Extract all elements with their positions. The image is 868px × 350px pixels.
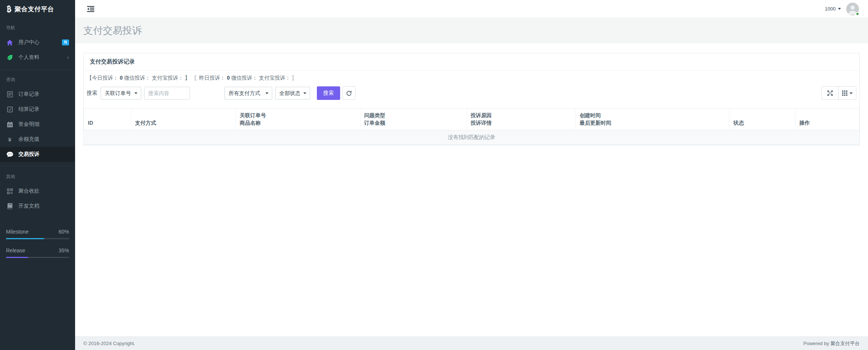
search-button[interactable]: 搜索 <box>317 86 340 100</box>
content: 支付交易投诉记录 【今日投诉： 0 微信投诉： 支付宝投诉： 】 〖昨日投诉： … <box>75 43 868 336</box>
user-id-dropdown[interactable]: 1000 <box>825 6 841 12</box>
sidebar-item-label: 交易投诉 <box>18 151 39 158</box>
sidebar-item-aggregate-collection[interactable]: 聚合收款 <box>0 184 75 199</box>
no-records-message: 没有找到匹配的记录 <box>84 130 859 145</box>
status-select[interactable]: 全部状态 <box>275 87 310 100</box>
page-title: 支付交易投诉 <box>83 24 142 37</box>
search-field-select[interactable]: 关联订单号 <box>101 87 141 100</box>
sidebar-progress: Milestone 60% Release 35% <box>0 229 75 266</box>
today-stats-prefix: 【今日投诉： <box>87 75 120 81</box>
columns-button[interactable] <box>838 86 856 100</box>
milestone-progress-track <box>6 238 69 239</box>
refresh-icon <box>346 91 352 96</box>
sidebar-item-label: 个人资料 <box>18 54 39 61</box>
online-status-dot <box>856 12 859 16</box>
search-toolbar: 搜索 关联订单号 所有支付方式 全部状态 搜索 <box>84 81 859 104</box>
release-progress-track <box>6 257 69 258</box>
leaf-icon <box>6 54 14 60</box>
qrcode-icon <box>6 189 14 194</box>
topbar: 1000 <box>75 0 868 18</box>
yesterday-stats: 〖昨日投诉： 0 微信投诉： 支付宝投诉： 〗 <box>194 75 297 81</box>
release-percent: 35% <box>59 247 69 253</box>
yesterday-complaints-count: 0 <box>227 75 230 81</box>
sidebar-item-label: 聚合收款 <box>18 188 39 195</box>
sidebar-item-user-center[interactable]: 用户中心 N <box>0 35 75 50</box>
yen-icon: ¥ <box>6 136 14 143</box>
search-field-select-wrap: 关联订单号 <box>101 87 141 100</box>
release-progress-fill <box>6 257 28 258</box>
column-header-created-time: 创建时间最后更新时间 <box>576 109 729 130</box>
column-header-issue-type: 问题类型订单金额 <box>360 109 467 130</box>
sidebar-item-label: 订单记录 <box>18 91 39 98</box>
book-icon <box>6 203 14 209</box>
complaints-panel: 支付交易投诉记录 【今日投诉： 0 微信投诉： 支付宝投诉： 】 〖昨日投诉： … <box>83 53 860 145</box>
sidebar: 聚合支付平台 导航 用户中心 N 个人资料 › 查询 <box>0 0 75 350</box>
nav-section-label: 导航 <box>0 18 75 35</box>
sidebar-nav: 导航 用户中心 N 个人资料 › 查询 <box>0 18 75 215</box>
sidebar-item-label: 开发文档 <box>18 203 39 210</box>
milestone-label: Milestone <box>6 229 29 235</box>
search-label: 搜索 <box>87 90 97 97</box>
milestone-percent: 60% <box>59 229 69 235</box>
sidebar-item-label: 余额充值 <box>18 136 39 143</box>
nav-section-label: 查询 <box>0 70 75 87</box>
refresh-button[interactable] <box>342 86 356 100</box>
app-title: 聚合支付平台 <box>15 5 54 14</box>
caret-down-icon <box>850 92 853 94</box>
table-tools <box>821 86 856 100</box>
column-header-actions: 操作 <box>796 109 859 130</box>
user-id: 1000 <box>825 6 836 12</box>
milestone-progress: Milestone 60% <box>6 229 69 239</box>
empty-row: 没有找到匹配的记录 <box>84 130 859 145</box>
complaint-stats: 【今日投诉： 0 微信投诉： 支付宝投诉： 】 〖昨日投诉： 0 微信投诉： 支… <box>84 71 859 81</box>
table-header-row: ID 支付方式 关联订单号商品名称 问题类型订单金额 投诉原因投诉详情 创建时间… <box>84 109 859 130</box>
sidebar-item-label: 资金明细 <box>18 121 39 128</box>
calendar-icon <box>6 122 14 127</box>
nav-section-label: 其他 <box>0 167 75 184</box>
status-select-wrap: 全部状态 <box>275 87 310 100</box>
column-header-complaint-reason: 投诉原因投诉详情 <box>467 109 576 130</box>
check-square-icon <box>6 107 14 112</box>
sidebar-item-profile[interactable]: 个人资料 › <box>0 50 75 65</box>
payment-method-select-wrap: 所有支付方式 <box>225 87 272 100</box>
columns-grid-icon <box>842 91 847 96</box>
bitcoin-logo-icon <box>6 5 12 13</box>
sidebar-item-dev-docs[interactable]: 开发文档 <box>0 199 75 214</box>
yesterday-stats-prefix: 〖昨日投诉： <box>194 75 227 81</box>
comment-icon <box>6 152 14 157</box>
list-icon <box>6 91 14 97</box>
sidebar-toggle-outdent-icon[interactable] <box>87 6 94 12</box>
sidebar-item-label: 结算记录 <box>18 106 39 113</box>
home-icon <box>6 40 14 45</box>
today-complaints-count: 0 <box>120 75 123 81</box>
today-stats: 【今日投诉： 0 微信投诉： 支付宝投诉： 】 <box>87 75 190 81</box>
fullscreen-icon <box>827 90 833 96</box>
fullscreen-button[interactable] <box>821 86 839 100</box>
avatar[interactable] <box>846 3 859 15</box>
search-input[interactable] <box>144 87 190 100</box>
powered-by: Powered by 聚合支付平台 <box>803 340 860 347</box>
sidebar-item-balance-recharge[interactable]: ¥ 余额充值 <box>0 132 75 147</box>
release-progress: Release 35% <box>6 247 69 258</box>
release-label: Release <box>6 247 25 253</box>
milestone-progress-fill <box>6 238 44 239</box>
sidebar-item-label: 用户中心 <box>18 39 39 46</box>
sidebar-item-order-records[interactable]: 订单记录 <box>0 87 75 102</box>
column-header-id: ID <box>84 109 131 130</box>
payment-method-select[interactable]: 所有支付方式 <box>225 87 272 100</box>
chevron-right-icon: › <box>67 54 69 60</box>
sidebar-item-transaction-complaints[interactable]: 交易投诉 <box>0 147 75 162</box>
new-badge: N <box>62 39 69 45</box>
footer-brand: 聚合支付平台 <box>830 341 860 346</box>
panel-title: 支付交易投诉记录 <box>84 53 859 71</box>
complaints-table: ID 支付方式 关联订单号商品名称 问题类型订单金额 投诉原因投诉详情 创建时间… <box>84 108 859 145</box>
column-header-status: 状态 <box>729 109 796 130</box>
powered-by-prefix: Powered by <box>803 341 830 346</box>
sidebar-item-settlement-records[interactable]: 结算记录 <box>0 102 75 117</box>
sidebar-item-fund-details[interactable]: 资金明细 <box>0 117 75 132</box>
column-header-order-no: 关联订单号商品名称 <box>236 109 360 130</box>
footer: © 2016-2024 Copyright. Powered by 聚合支付平台 <box>75 336 868 350</box>
app-logo[interactable]: 聚合支付平台 <box>0 0 75 18</box>
caret-down-icon <box>838 8 841 10</box>
yesterday-stats-rest: 微信投诉： 支付宝投诉： 〗 <box>230 75 297 81</box>
